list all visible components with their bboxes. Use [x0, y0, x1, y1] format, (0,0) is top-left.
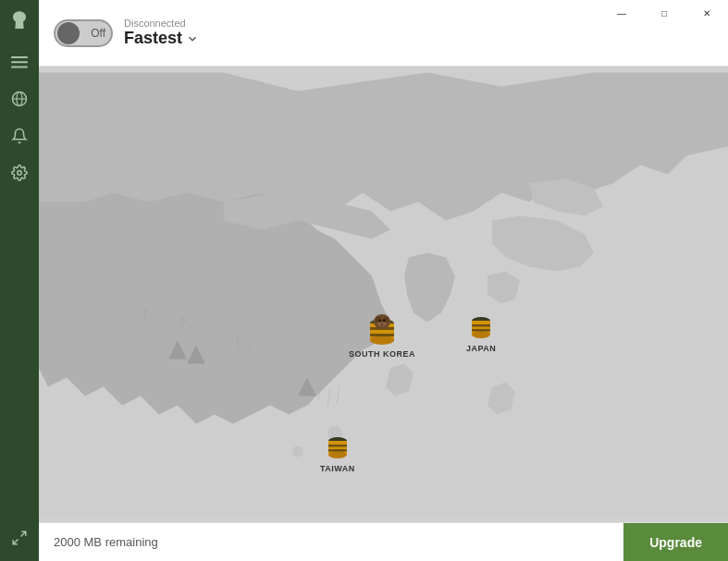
globe-icon: [11, 91, 28, 107]
sidebar-item-settings[interactable]: [4, 157, 35, 189]
svg-rect-37: [328, 445, 347, 447]
svg-point-31: [472, 331, 490, 338]
svg-point-12: [292, 446, 303, 457]
svg-rect-0: [11, 56, 28, 58]
location-pin-south-korea[interactable]: SOUTH KOREA: [349, 314, 415, 359]
svg-point-27: [383, 320, 386, 323]
svg-rect-1: [11, 61, 28, 63]
svg-point-6: [18, 171, 22, 176]
chevron-down-icon: [186, 32, 199, 45]
notification-icon: [11, 128, 28, 144]
toggle-container: Off Disconnected Fastest: [54, 18, 199, 48]
toggle-knob: [57, 22, 80, 44]
svg-point-28: [381, 323, 383, 325]
barrel-icon-japan: [467, 314, 495, 342]
svg-rect-32: [472, 324, 490, 327]
location-label-japan: JAPAN: [466, 344, 496, 353]
app-logo: [5, 7, 34, 37]
minimize-button[interactable]: —: [600, 0, 643, 26]
world-map: [39, 67, 728, 522]
location-pin-taiwan[interactable]: TAIWAN: [320, 434, 355, 473]
svg-rect-2: [11, 67, 28, 68]
location-label: Fastest: [124, 29, 182, 48]
svg-rect-21: [370, 334, 394, 336]
sidebar-item-globe[interactable]: [4, 83, 35, 115]
close-button[interactable]: ✕: [685, 0, 728, 26]
sidebar: [0, 0, 39, 561]
toggle-label: Off: [91, 27, 105, 40]
sidebar-item-menu[interactable]: [4, 46, 35, 78]
barrel-icon-south-korea: [365, 314, 399, 348]
header: Off Disconnected Fastest — □ ✕: [39, 0, 728, 67]
svg-point-26: [379, 320, 382, 323]
barrel-icon-taiwan: [324, 434, 352, 462]
sidebar-item-notifications[interactable]: [4, 120, 35, 152]
settings-icon: [11, 165, 28, 181]
main-content: Off Disconnected Fastest — □ ✕: [39, 0, 728, 561]
bottom-bar: 2000 MB remaining Upgrade: [39, 522, 728, 561]
connection-info: Disconnected Fastest: [124, 18, 199, 48]
location-selector[interactable]: Fastest: [124, 29, 199, 48]
location-pin-japan[interactable]: JAPAN: [466, 314, 496, 353]
disconnected-status: Disconnected: [124, 18, 199, 29]
remaining-text: 2000 MB remaining: [54, 535, 623, 549]
svg-point-36: [328, 451, 347, 458]
upgrade-button[interactable]: Upgrade: [623, 523, 728, 562]
maximize-button[interactable]: □: [643, 0, 685, 26]
svg-line-7: [21, 531, 26, 536]
map-area: SOUTH KOREA JAPAN: [39, 67, 728, 522]
window-controls: — □ ✕: [600, 0, 728, 26]
location-label-taiwan: TAIWAN: [320, 464, 355, 473]
svg-rect-38: [328, 449, 347, 452]
menu-icon: [11, 54, 28, 70]
collapse-icon: [11, 530, 28, 546]
sidebar-item-collapse[interactable]: [4, 522, 35, 554]
svg-rect-33: [472, 329, 490, 332]
svg-point-19: [370, 335, 394, 345]
svg-line-8: [13, 540, 18, 544]
vpn-toggle[interactable]: Off: [54, 19, 113, 47]
location-label-south-korea: SOUTH KOREA: [349, 349, 415, 359]
